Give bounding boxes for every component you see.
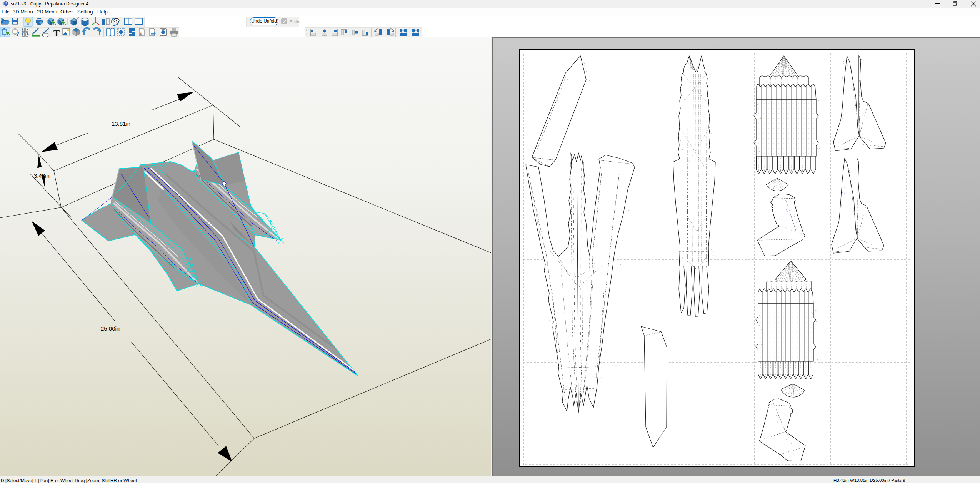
svg-text:T: T xyxy=(53,28,60,37)
svg-text:3.43in: 3.43in xyxy=(34,172,50,179)
svg-text:25.00in: 25.00in xyxy=(101,325,120,332)
svg-text:13.81in: 13.81in xyxy=(112,120,130,127)
svg-text:#: # xyxy=(140,31,142,36)
